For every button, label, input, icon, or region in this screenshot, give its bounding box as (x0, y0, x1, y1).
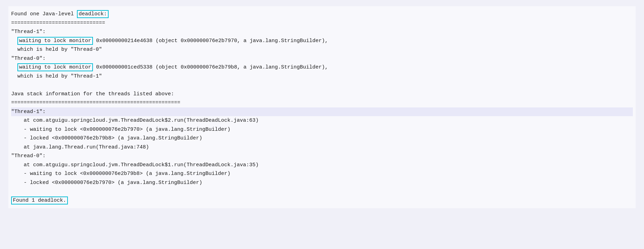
thread0-stack-2: - waiting to lock <0x000000076e2b79b8> (… (11, 169, 633, 178)
java-stack-info: Java stack information for the threads l… (11, 90, 633, 99)
thread0-waiting-line: waiting to lock monitor 0x000000001ced53… (11, 63, 633, 72)
thread1-stack-header: "Thread-1": (11, 107, 633, 117)
found-deadlock-summary: Found 1 deadlock. (11, 196, 633, 205)
thread0-stack-3: - locked <0x000000076e2b7970> (a java.la… (11, 178, 633, 187)
deadlock-highlight: deadlock: (77, 10, 109, 18)
waiting-lock-monitor-1: waiting to lock monitor (17, 37, 93, 45)
separator-1: ============================== (11, 19, 633, 28)
thread1-label: "Thread-1": (11, 27, 633, 37)
thread0-stack-header: "Thread-0": (11, 152, 633, 161)
thread1-stack-3: - locked <0x000000076e2b79b8> (a java.la… (11, 134, 633, 143)
thread1-waiting-suffix: 0x00000000214e4638 (object 0x000000076e2… (93, 38, 328, 44)
found-text: Found one Java-level (11, 11, 77, 17)
main-content: Found one Java-level deadlock: =========… (8, 6, 636, 208)
thread1-stack-1: at com.atguigu.springcloud.jvm.ThreadDea… (11, 116, 633, 125)
thread0-label: "Thread-0": (11, 54, 633, 63)
waiting-lock-monitor-2: waiting to lock monitor (17, 63, 93, 71)
thread1-stack-2: - waiting to lock <0x000000076e2b7970> (… (11, 125, 633, 134)
blank-line-2 (11, 187, 633, 196)
separator-2: ========================================… (11, 98, 633, 107)
found-deadlock-box: Found 1 deadlock. (11, 196, 68, 204)
blank-line-1 (11, 81, 633, 90)
thread1-waiting-line: waiting to lock monitor 0x00000000214e46… (11, 37, 633, 46)
thread1-stack-4: at java.lang.Thread.run(Thread.java:748) (11, 143, 633, 152)
thread1-held: which is held by "Thread-0" (11, 45, 633, 54)
thread0-held: which is held by "Thread-1" (11, 72, 633, 81)
thread0-stack-1: at com.atguigu.springcloud.jvm.ThreadDea… (11, 161, 633, 170)
found-deadlock-line: Found one Java-level deadlock: (11, 10, 633, 19)
thread0-waiting-suffix: 0x000000001ced5338 (object 0x000000076e2… (93, 64, 328, 70)
